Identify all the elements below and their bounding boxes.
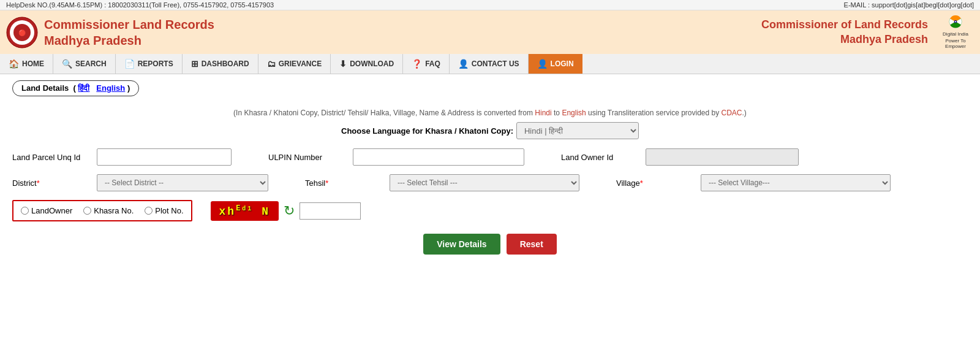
english-link[interactable]: English <box>96 83 125 93</box>
nav-faq[interactable]: ❓ FAQ <box>403 54 450 74</box>
land-details-badge: Land Details ( हिंदी English ) <box>12 80 139 96</box>
tehsil-select[interactable]: --- Select Tehsil --- <box>390 174 579 191</box>
highlight-english: English <box>562 109 586 117</box>
ulpin-input[interactable] <box>353 148 524 166</box>
view-details-button[interactable]: View Details <box>423 234 500 255</box>
village-select[interactable]: --- Select Village--- <box>701 174 891 191</box>
nav-login[interactable]: 👤 LOGIN <box>529 54 582 74</box>
svg-text:🔴: 🔴 <box>18 29 26 37</box>
land-parcel-label: Land Parcel Unq Id <box>12 153 92 162</box>
grievance-icon: 🗂 <box>267 59 276 69</box>
land-parcel-input[interactable] <box>97 148 232 166</box>
nav-dashboard[interactable]: ⊞ DASHBOARD <box>183 54 258 74</box>
right-title-line1: Commissioner of Land Records <box>761 18 928 32</box>
radio-landowner-input[interactable] <box>21 207 29 215</box>
left-title-line1: Commissioner Land Records <box>44 17 214 33</box>
digital-india-icon <box>940 15 971 30</box>
dashboard-icon: ⊞ <box>191 59 198 69</box>
download-icon: ⬇ <box>339 59 347 69</box>
main-content: Land Details ( हिंदी English ) (In Khasr… <box>0 74 980 261</box>
home-icon: 🏠 <box>9 59 19 69</box>
captcha-input[interactable] <box>300 202 361 220</box>
nav-home-label: HOME <box>22 59 44 68</box>
district-group: District* -- Select District -- <box>12 174 268 191</box>
nav-reports[interactable]: 📄 REPORTS <box>116 54 183 74</box>
nav-home[interactable]: 🏠 HOME <box>0 54 53 74</box>
land-parcel-group: Land Parcel Unq Id <box>12 148 232 166</box>
ulpin-group: ULPIN Number <box>268 148 524 166</box>
nav-contact[interactable]: 👤 CONTACT US <box>450 54 529 74</box>
district-required: * <box>37 178 40 188</box>
search-icon: 🔍 <box>62 59 72 69</box>
header-right: Commissioner of Land Records Madhya Prad… <box>761 15 974 49</box>
header: 🔴 Commissioner Land Records Madhya Prade… <box>0 10 980 54</box>
form-row-2: District* -- Select District -- Tehsil* … <box>12 174 968 191</box>
radio-khasra-input[interactable] <box>83 207 91 215</box>
tehsil-group: Tehsil* --- Select Tehsil --- <box>305 174 579 191</box>
land-details-label: Land Details <box>21 83 69 93</box>
language-label: Choose Language for Khasra / Khatoni Cop… <box>341 126 513 136</box>
radio-plot[interactable]: Plot No. <box>145 206 183 215</box>
digital-india-text: Digital India <box>943 31 968 37</box>
radio-plot-label: Plot No. <box>155 206 183 215</box>
reset-button[interactable]: Reset <box>507 234 557 255</box>
district-select[interactable]: -- Select District -- <box>97 174 268 191</box>
nav-search[interactable]: 🔍 SEARCH <box>53 54 116 74</box>
tehsil-label: Tehsil* <box>305 178 385 188</box>
nav-reports-label: REPORTS <box>138 59 173 68</box>
land-owner-id-label: Land Owner Id <box>561 153 641 162</box>
right-title-line2: Madhya Pradesh <box>761 33 928 47</box>
nav-dashboard-label: DASHBOARD <box>202 59 249 68</box>
info-text: (In Khasra / Khatoni Copy, District/ Teh… <box>12 109 968 117</box>
nav-grievance[interactable]: 🗂 GRIEVANCE <box>258 54 331 74</box>
svg-point-6 <box>955 21 956 22</box>
reports-icon: 📄 <box>124 59 135 69</box>
nav-search-label: SEARCH <box>75 59 107 68</box>
digital-india-logo: Digital India Power To Empower <box>937 15 974 49</box>
digital-india-subtext: Power To Empower <box>937 38 974 49</box>
top-bar: HelpDesk NO.(9.45AM-6.15PM) : 1800203031… <box>0 0 980 10</box>
faq-icon: ❓ <box>412 59 422 69</box>
helpdesk-text: HelpDesk NO.(9.45AM-6.15PM) : 1800203031… <box>6 1 274 9</box>
left-title-line2: Madhya Pradesh <box>44 33 214 48</box>
village-label: Village* <box>616 178 696 188</box>
captcha-refresh-icon[interactable]: ↻ <box>284 203 295 219</box>
nav-grievance-label: GRIEVANCE <box>279 59 322 68</box>
contact-icon: 👤 <box>458 59 469 69</box>
hindi-link[interactable]: हिंदी <box>78 83 89 93</box>
left-logo: 🔴 <box>6 17 38 48</box>
district-label: District* <box>12 178 92 188</box>
login-icon: 👤 <box>537 59 548 69</box>
tehsil-required: * <box>325 178 328 188</box>
nav-faq-label: FAQ <box>425 59 440 68</box>
navigation: 🏠 HOME 🔍 SEARCH 📄 REPORTS ⊞ DASHBOARD 🗂 … <box>0 54 980 74</box>
village-required: * <box>640 178 643 188</box>
nav-login-label: LOGIN <box>551 59 574 68</box>
captcha-area: xhEd1 N ↻ <box>211 201 361 221</box>
button-row: View Details Reset <box>12 234 968 255</box>
captcha-image: xhEd1 N <box>211 201 279 221</box>
header-right-title: Commissioner of Land Records Madhya Prad… <box>761 18 928 47</box>
header-left-title: Commissioner Land Records Madhya Pradesh <box>44 17 214 48</box>
language-chooser: Choose Language for Khasra / Khatoni Cop… <box>12 122 968 139</box>
land-details-header-area: Land Details ( हिंदी English ) <box>12 80 968 102</box>
nav-contact-label: CONTACT US <box>472 59 519 68</box>
highlight-cdac: CDAC <box>722 109 742 117</box>
radio-landowner-label: LandOwner <box>31 206 72 215</box>
radio-khasra[interactable]: Khasra No. <box>83 206 134 215</box>
header-left: 🔴 Commissioner Land Records Madhya Prade… <box>6 17 214 48</box>
ulpin-label: ULPIN Number <box>268 153 348 162</box>
highlight-hindi: Hindi <box>535 109 551 117</box>
radio-landowner[interactable]: LandOwner <box>21 206 72 215</box>
radio-group-box: LandOwner Khasra No. Plot No. <box>12 200 192 221</box>
nav-download-label: DOWNLOAD <box>350 59 394 68</box>
land-owner-id-input[interactable] <box>646 148 799 166</box>
land-owner-id-group: Land Owner Id <box>561 148 799 166</box>
radio-plot-input[interactable] <box>145 207 153 215</box>
language-select[interactable]: Hindi | हिन्दी English <box>516 122 639 139</box>
form-row-1: Land Parcel Unq Id ULPIN Number Land Own… <box>12 148 968 166</box>
village-group: Village* --- Select Village--- <box>616 174 891 191</box>
nav-download[interactable]: ⬇ DOWNLOAD <box>331 54 403 74</box>
form-row-3: LandOwner Khasra No. Plot No. xhEd1 N ↻ <box>12 200 968 221</box>
radio-khasra-label: Khasra No. <box>94 206 134 215</box>
